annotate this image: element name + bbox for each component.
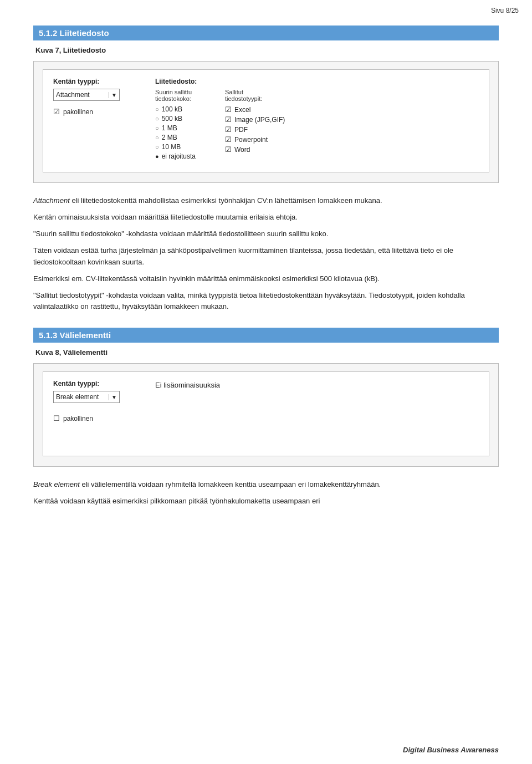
check-excel-icon[interactable]: ☑	[225, 105, 232, 114]
field-left-col: Kentän tyyppi: Attachment ▼ ☑ pakollinen	[53, 78, 142, 162]
type-word: ☑ Word	[225, 145, 297, 154]
section-512: 5.1.2 Liitetiedosto Kuva 7, Liitetiedost…	[33, 26, 499, 312]
types-column: Sallituttiedostotyypit: ☑ Excel ☑ Image …	[225, 89, 297, 162]
radio-ei-icon[interactable]: ●	[155, 153, 159, 160]
type-image: ☑ Image (JPG,GIF)	[225, 115, 297, 124]
radio-100kb-icon[interactable]: ○	[155, 106, 159, 113]
screenshot-1-inner: Kentän tyyppi: Attachment ▼ ☑ pakollinen…	[43, 69, 489, 172]
pakollinen-label: pakollinen	[63, 108, 93, 116]
radio-ei-label: ei rajoitusta	[162, 152, 196, 160]
radio-10mb-icon[interactable]: ○	[155, 144, 159, 150]
size-col-heading: Suurin sallittutiedostokoko:	[155, 89, 216, 102]
field-type-label-2: Kentän tyyppi:	[53, 380, 142, 388]
screenshot-2-box: Kentän tyyppi: Break element ▼ ☐ pakolli…	[33, 363, 499, 467]
radio-2mb-label: 2 MB	[162, 134, 177, 141]
dropdown-arrow-icon: ▼	[109, 92, 117, 98]
para-1: Attachment eli liitetiedostokenttä mahdo…	[33, 195, 499, 206]
pakollinen-checkbox-icon-2[interactable]: ☐	[53, 414, 60, 422]
para-4: Täten voidaan estää turha järjestelmän j…	[33, 245, 499, 267]
check-image-label: Image (JPG,GIF)	[234, 116, 285, 124]
size-ei-rajoitusta: ● ei rajoitusta	[155, 152, 216, 160]
screenshot-1-box: Kentän tyyppi: Attachment ▼ ☑ pakollinen…	[33, 61, 499, 183]
pakollinen-label-2: pakollinen	[63, 415, 93, 422]
para-7: Break element eli välielementillä voidaa…	[33, 479, 499, 490]
right-columns: Suurin sallittutiedostokoko: ○ 100 kB ○ …	[155, 89, 479, 162]
radio-10mb-label: 10 MB	[162, 143, 181, 151]
size-2mb: ○ 2 MB	[155, 134, 216, 141]
no-extra-features: Ei lisäominaisuuksia	[155, 380, 479, 391]
field-right-col: Liitetiedosto: Suurin sallittutiedostoko…	[155, 78, 479, 162]
type-pdf: ☑ PDF	[225, 125, 297, 134]
radio-100kb-label: 100 kB	[162, 105, 182, 113]
check-excel-label: Excel	[234, 106, 250, 114]
pakollinen-checkbox-row-2: ☐ pakollinen	[53, 414, 142, 422]
page-number: Sivu 8/25	[491, 7, 519, 14]
type-excel: ☑ Excel	[225, 105, 297, 114]
check-pdf-icon[interactable]: ☑	[225, 125, 232, 134]
section-513: 5.1.3 Välielementti Kuva 8, Välielementt…	[33, 328, 499, 507]
para-5: Esimerkiksi em. CV-liitekentässä voitais…	[33, 273, 499, 284]
para-3: "Suurin sallittu tiedostokoko" -kohdasta…	[33, 228, 499, 240]
size-column: Suurin sallittutiedostokoko: ○ 100 kB ○ …	[155, 89, 216, 162]
size-100kb: ○ 100 kB	[155, 105, 216, 113]
pakollinen-checkbox-row: ☑ pakollinen	[53, 108, 142, 116]
section-512-subheading: Kuva 7, Liitetiedosto	[35, 46, 499, 54]
radio-500kb-label: 500 kB	[162, 115, 182, 123]
check-image-icon[interactable]: ☑	[225, 115, 232, 124]
section-513-heading: 5.1.3 Välielementti	[33, 328, 499, 343]
para-6: "Sallitut tiedostotyypit" -kohdasta void…	[33, 290, 499, 312]
attachment-dropdown[interactable]: Attachment ▼	[53, 89, 120, 101]
para-2: Kentän ominaisuuksista voidaan määrittää…	[33, 212, 499, 223]
section-513-subheading: Kuva 8, Välielementti	[35, 348, 499, 356]
break-dropdown[interactable]: Break element ▼	[53, 391, 120, 403]
radio-1mb-icon[interactable]: ○	[155, 125, 159, 131]
type-powerpoint: ☑ Powerpoint	[225, 135, 297, 144]
pakollinen-checkbox-icon[interactable]: ☑	[53, 108, 60, 116]
dropdown-value: Attachment	[56, 91, 90, 99]
footer-brand: Digital Business Awareness	[403, 746, 499, 754]
section-512-heading: 5.1.2 Liitetiedosto	[33, 26, 499, 40]
para-8: Kenttää voidaan käyttää esimerkiksi pilk…	[33, 496, 499, 507]
field-left-col-2: Kentän tyyppi: Break element ▼ ☐ pakolli…	[53, 380, 142, 422]
break-dropdown-arrow-icon: ▼	[109, 394, 117, 400]
check-pdf-label: PDF	[234, 126, 248, 134]
field-type-label: Kentän tyyppi:	[53, 78, 142, 85]
radio-2mb-icon[interactable]: ○	[155, 134, 159, 141]
size-500kb: ○ 500 kB	[155, 115, 216, 123]
radio-1mb-label: 1 MB	[162, 124, 177, 132]
radio-500kb-icon[interactable]: ○	[155, 115, 159, 122]
check-word-icon[interactable]: ☑	[225, 145, 232, 154]
types-col-heading: Sallituttiedostotyypit:	[225, 89, 297, 102]
check-ppt-icon[interactable]: ☑	[225, 135, 232, 144]
check-ppt-label: Powerpoint	[234, 136, 268, 144]
size-10mb: ○ 10 MB	[155, 143, 216, 151]
liitetiedosto-label: Liitetiedosto:	[155, 78, 479, 85]
size-1mb: ○ 1 MB	[155, 124, 216, 132]
check-word-label: Word	[234, 146, 250, 154]
break-dropdown-value: Break element	[56, 393, 99, 401]
screenshot-2-inner: Kentän tyyppi: Break element ▼ ☐ pakolli…	[43, 371, 489, 456]
field-right-col-2: Ei lisäominaisuuksia	[155, 380, 479, 422]
